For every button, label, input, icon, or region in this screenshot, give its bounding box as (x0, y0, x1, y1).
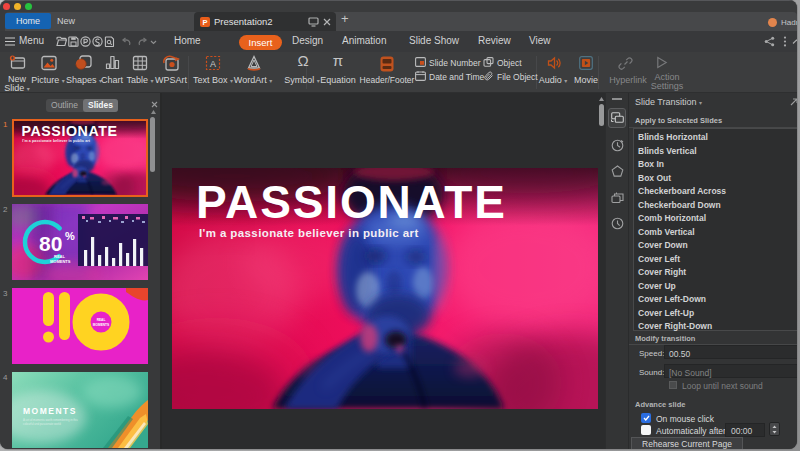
svg-text:P: P (202, 18, 207, 27)
svg-text:A: A (210, 59, 216, 69)
